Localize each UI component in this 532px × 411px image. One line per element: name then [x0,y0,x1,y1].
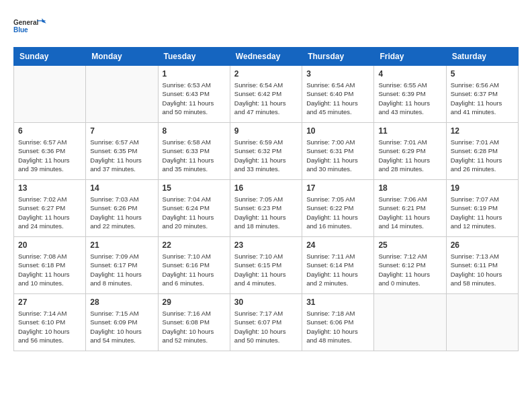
day-number: 4 [378,69,441,79]
day-info: Sunrise: 7:16 AMSunset: 6:08 PMDaylight:… [163,309,226,345]
weekday-header-row: SundayMondayTuesdayWednesdayThursdayFrid… [14,48,519,66]
weekday-header-saturday: Saturday [446,48,518,66]
day-number: 8 [163,126,226,136]
calendar-cell: 4Sunrise: 6:55 AMSunset: 6:39 PMDaylight… [374,66,446,123]
calendar-table: SundayMondayTuesdayWednesdayThursdayFrid… [13,47,519,351]
calendar-cell: 9Sunrise: 6:59 AMSunset: 6:32 PMDaylight… [230,123,302,180]
day-info: Sunrise: 6:54 AMSunset: 6:40 PMDaylight:… [306,81,369,116]
calendar-cell: 28Sunrise: 7:15 AMSunset: 6:09 PMDayligh… [86,294,158,351]
calendar-cell: 30Sunrise: 7:17 AMSunset: 6:07 PMDayligh… [230,294,302,351]
calendar-cell: 25Sunrise: 7:12 AMSunset: 6:12 PMDayligh… [374,237,446,294]
day-number: 14 [90,183,153,193]
day-info: Sunrise: 7:05 AMSunset: 6:22 PMDaylight:… [306,195,369,230]
day-info: Sunrise: 7:01 AMSunset: 6:29 PMDaylight:… [378,138,441,173]
day-info: Sunrise: 7:10 AMSunset: 6:15 PMDaylight:… [234,252,298,287]
weekday-header-wednesday: Wednesday [230,48,302,66]
day-number: 16 [234,183,298,193]
calendar-cell: 21Sunrise: 7:09 AMSunset: 6:17 PMDayligh… [86,237,158,294]
calendar-cell: 22Sunrise: 7:10 AMSunset: 6:16 PMDayligh… [158,237,230,294]
calendar-cell: 24Sunrise: 7:11 AMSunset: 6:14 PMDayligh… [302,237,374,294]
day-number: 2 [234,69,298,79]
page-header: General Blue [13,13,519,40]
day-number: 5 [451,69,514,79]
calendar-cell: 7Sunrise: 6:57 AMSunset: 6:35 PMDaylight… [86,123,158,180]
day-number: 25 [378,240,441,250]
day-info: Sunrise: 7:04 AMSunset: 6:24 PMDaylight:… [163,195,226,230]
logo-svg: General Blue [13,13,47,40]
day-info: Sunrise: 7:02 AMSunset: 6:27 PMDaylight:… [18,195,81,230]
day-info: Sunrise: 7:05 AMSunset: 6:23 PMDaylight:… [234,195,298,230]
calendar-cell: 13Sunrise: 7:02 AMSunset: 6:27 PMDayligh… [14,180,86,237]
svg-text:General: General [13,19,38,26]
day-info: Sunrise: 6:55 AMSunset: 6:39 PMDaylight:… [378,81,441,116]
calendar-cell: 14Sunrise: 7:03 AMSunset: 6:26 PMDayligh… [86,180,158,237]
calendar-cell: 5Sunrise: 6:56 AMSunset: 6:37 PMDaylight… [446,66,518,123]
day-number: 27 [18,298,81,307]
calendar-week-row-4: 20Sunrise: 7:08 AMSunset: 6:18 PMDayligh… [14,237,519,294]
day-info: Sunrise: 7:07 AMSunset: 6:19 PMDaylight:… [451,195,514,230]
day-number: 19 [451,183,514,193]
calendar-cell: 20Sunrise: 7:08 AMSunset: 6:18 PMDayligh… [14,237,86,294]
day-info: Sunrise: 6:59 AMSunset: 6:32 PMDaylight:… [234,138,298,173]
day-number: 13 [18,183,81,193]
calendar-cell [374,294,446,351]
day-info: Sunrise: 7:01 AMSunset: 6:28 PMDaylight:… [451,138,514,173]
day-number: 28 [90,298,153,307]
calendar-cell: 31Sunrise: 7:18 AMSunset: 6:06 PMDayligh… [302,294,374,351]
weekday-header-sunday: Sunday [14,48,86,66]
calendar-cell: 11Sunrise: 7:01 AMSunset: 6:29 PMDayligh… [374,123,446,180]
day-info: Sunrise: 6:57 AMSunset: 6:35 PMDaylight:… [90,138,153,173]
day-info: Sunrise: 6:54 AMSunset: 6:42 PMDaylight:… [234,81,298,116]
calendar-cell: 3Sunrise: 6:54 AMSunset: 6:40 PMDaylight… [302,66,374,123]
day-info: Sunrise: 6:53 AMSunset: 6:43 PMDaylight:… [163,81,226,116]
calendar-cell: 12Sunrise: 7:01 AMSunset: 6:28 PMDayligh… [446,123,518,180]
day-info: Sunrise: 6:57 AMSunset: 6:36 PMDaylight:… [18,138,81,173]
calendar-cell [86,66,158,123]
svg-text:Blue: Blue [13,26,28,34]
day-number: 3 [306,69,369,79]
calendar-cell: 23Sunrise: 7:10 AMSunset: 6:15 PMDayligh… [230,237,302,294]
day-info: Sunrise: 7:18 AMSunset: 6:06 PMDaylight:… [306,309,369,345]
day-number: 20 [18,240,81,250]
day-info: Sunrise: 7:17 AMSunset: 6:07 PMDaylight:… [234,309,298,345]
day-number: 9 [234,126,298,136]
logo: General Blue [13,13,47,40]
day-number: 18 [378,183,441,193]
day-number: 22 [163,240,226,250]
day-number: 23 [234,240,298,250]
calendar-cell: 29Sunrise: 7:16 AMSunset: 6:08 PMDayligh… [158,294,230,351]
day-number: 10 [306,126,369,136]
day-number: 7 [90,126,153,136]
day-info: Sunrise: 7:14 AMSunset: 6:10 PMDaylight:… [18,309,81,345]
calendar-cell: 1Sunrise: 6:53 AMSunset: 6:43 PMDaylight… [158,66,230,123]
calendar-cell: 19Sunrise: 7:07 AMSunset: 6:19 PMDayligh… [446,180,518,237]
day-info: Sunrise: 7:13 AMSunset: 6:11 PMDaylight:… [451,252,514,287]
day-info: Sunrise: 7:00 AMSunset: 6:31 PMDaylight:… [306,138,369,173]
weekday-header-friday: Friday [374,48,446,66]
day-info: Sunrise: 7:15 AMSunset: 6:09 PMDaylight:… [90,309,153,345]
calendar-cell: 8Sunrise: 6:58 AMSunset: 6:33 PMDaylight… [158,123,230,180]
calendar-week-row-5: 27Sunrise: 7:14 AMSunset: 6:10 PMDayligh… [14,294,519,351]
day-number: 17 [306,183,369,193]
calendar-week-row-1: 1Sunrise: 6:53 AMSunset: 6:43 PMDaylight… [14,66,519,123]
calendar-cell: 16Sunrise: 7:05 AMSunset: 6:23 PMDayligh… [230,180,302,237]
weekday-header-thursday: Thursday [302,48,374,66]
day-number: 21 [90,240,153,250]
calendar-cell: 15Sunrise: 7:04 AMSunset: 6:24 PMDayligh… [158,180,230,237]
day-number: 26 [451,240,514,250]
day-number: 6 [18,126,81,136]
calendar-cell: 26Sunrise: 7:13 AMSunset: 6:11 PMDayligh… [446,237,518,294]
calendar-cell [14,66,86,123]
day-number: 15 [163,183,226,193]
day-info: Sunrise: 6:56 AMSunset: 6:37 PMDaylight:… [451,81,514,116]
calendar-cell: 18Sunrise: 7:06 AMSunset: 6:21 PMDayligh… [374,180,446,237]
calendar-cell: 6Sunrise: 6:57 AMSunset: 6:36 PMDaylight… [14,123,86,180]
day-info: Sunrise: 7:09 AMSunset: 6:17 PMDaylight:… [90,252,153,287]
calendar-week-row-3: 13Sunrise: 7:02 AMSunset: 6:27 PMDayligh… [14,180,519,237]
day-info: Sunrise: 7:08 AMSunset: 6:18 PMDaylight:… [18,252,81,287]
calendar-cell: 2Sunrise: 6:54 AMSunset: 6:42 PMDaylight… [230,66,302,123]
day-number: 31 [306,298,369,307]
calendar-cell [446,294,518,351]
calendar-week-row-2: 6Sunrise: 6:57 AMSunset: 6:36 PMDaylight… [14,123,519,180]
weekday-header-tuesday: Tuesday [158,48,230,66]
